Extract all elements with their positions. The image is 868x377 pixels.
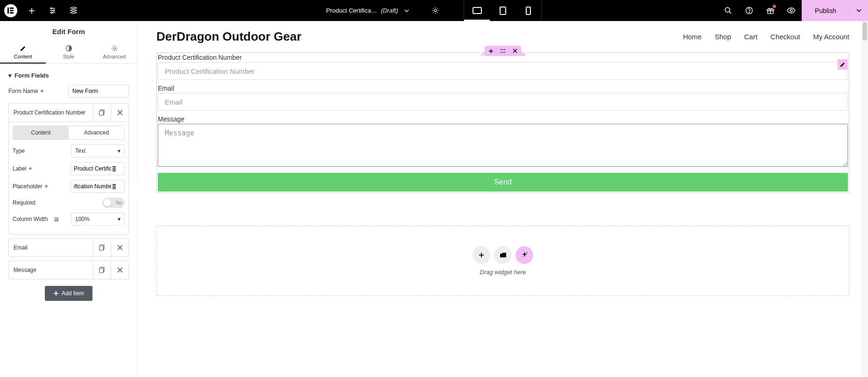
form-name-input[interactable]: [68, 85, 129, 98]
gear-icon: [111, 45, 118, 52]
topbar-right: Publish: [718, 0, 868, 21]
desktop-icon: [473, 7, 482, 14]
device-tablet[interactable]: [490, 0, 515, 21]
field-item-0: Product Certification Number Content Adv…: [8, 103, 129, 235]
section-drag-handle[interactable]: [497, 46, 509, 56]
label-label: Label ✦: [13, 165, 33, 172]
preview-canvas: DerDragon Outdoor Gear Home Shop Cart Ch…: [138, 21, 868, 377]
toggle-knob: [104, 199, 111, 206]
sidebar-title: Edit Form: [0, 21, 137, 40]
dropzone-templates[interactable]: [494, 246, 512, 264]
mobile-icon: [526, 7, 531, 15]
nav-checkout[interactable]: Checkout: [770, 33, 800, 41]
elementor-logo-icon: [4, 4, 17, 17]
pencil-icon: [20, 45, 27, 52]
field-item-1-remove[interactable]: [111, 239, 128, 256]
site-title[interactable]: DerDragon Outdoor Gear: [156, 29, 302, 44]
editor-sidebar: Edit Form Content Style Advanced: [0, 21, 138, 377]
nav-home[interactable]: Home: [683, 33, 702, 41]
required-toggle[interactable]: No: [102, 198, 125, 208]
dropzone-ai[interactable]: [515, 246, 533, 264]
nav-shop[interactable]: Shop: [715, 33, 731, 41]
document-title[interactable]: Product Certifica…: [326, 7, 377, 14]
device-mobile[interactable]: [515, 0, 541, 21]
preview-button[interactable]: [781, 0, 802, 21]
help-button[interactable]: [739, 0, 760, 21]
field-item-0-duplicate[interactable]: [93, 104, 111, 121]
placeholder-input[interactable]: [74, 183, 111, 190]
tab-advanced[interactable]: Advanced: [92, 40, 137, 63]
finder-button[interactable]: [718, 0, 739, 21]
caret-down-icon: ▾: [8, 72, 12, 79]
svg-rect-32: [113, 185, 116, 186]
placeholder-input-wrap: [71, 180, 125, 193]
field-item-1-title[interactable]: Email: [9, 244, 93, 251]
structure-button[interactable]: [63, 0, 84, 21]
label-input-wrap: [71, 162, 125, 175]
ai-sparkle-icon[interactable]: ✦: [28, 165, 33, 172]
svg-rect-2: [10, 10, 14, 11]
type-select[interactable]: Text ▾: [71, 144, 125, 157]
nav-account[interactable]: My Account: [813, 33, 849, 41]
whats-new-button[interactable]: [760, 0, 781, 21]
field-item-0-remove[interactable]: [111, 104, 128, 121]
field-items-list: Product Certification Number Content Adv…: [8, 103, 129, 279]
svg-rect-40: [99, 268, 103, 273]
page-settings-button[interactable]: [425, 0, 446, 21]
publish-button[interactable]: Publish: [802, 0, 849, 21]
main-nav: Home Shop Cart Checkout My Account: [683, 33, 849, 41]
colwidth-select[interactable]: 100% ▾: [71, 213, 125, 226]
tab-content[interactable]: Content: [0, 40, 46, 63]
site-settings-button[interactable]: [42, 0, 63, 21]
dynamic-tags-icon[interactable]: [111, 166, 121, 172]
form-field-0-input[interactable]: [158, 62, 848, 80]
tab-style[interactable]: Style: [46, 40, 92, 63]
form-name-row: Form Name ✦: [8, 85, 129, 98]
section-add[interactable]: [485, 46, 497, 56]
svg-point-57: [526, 252, 527, 253]
svg-point-7: [50, 7, 52, 9]
topbar: Product Certifica… (Draft) Pu: [0, 0, 868, 21]
scrollbar[interactable]: [861, 21, 868, 377]
add-item-button[interactable]: Add Item: [45, 286, 92, 301]
form-widget-container: Product Certification Number Email Messa…: [156, 52, 849, 193]
svg-point-52: [504, 52, 505, 53]
form-field-2-input[interactable]: [158, 124, 848, 167]
field-item-2-title[interactable]: Message: [9, 267, 93, 273]
elementor-logo[interactable]: [0, 0, 21, 21]
field-item-2-remove[interactable]: [111, 261, 128, 279]
form-submit-button[interactable]: Send: [158, 173, 848, 192]
svg-point-12: [435, 9, 437, 12]
document-status: (Draft): [381, 7, 398, 14]
publish-options[interactable]: [849, 0, 868, 21]
notification-dot-icon: [773, 5, 776, 8]
svg-rect-1: [10, 7, 14, 9]
svg-rect-24: [99, 111, 103, 115]
device-desktop[interactable]: [464, 0, 490, 21]
ai-sparkle-icon[interactable]: ✦: [40, 88, 44, 94]
label-input[interactable]: [74, 165, 111, 172]
add-element-button[interactable]: [21, 0, 42, 21]
svg-rect-3: [10, 12, 14, 14]
placeholder-label: Placeholder ✦: [13, 183, 49, 190]
field-item-0-title[interactable]: Product Certification Number: [9, 109, 93, 116]
section-form-fields[interactable]: ▾ Form Fields: [8, 69, 129, 85]
dynamic-tags-icon[interactable]: [111, 184, 121, 190]
subtab-advanced[interactable]: Advanced: [69, 126, 124, 139]
widget-edit-handle[interactable]: [838, 59, 848, 70]
nav-cart[interactable]: Cart: [744, 33, 757, 41]
form-field-1-input[interactable]: [158, 93, 848, 111]
document-dropdown[interactable]: [402, 9, 412, 12]
svg-rect-30: [113, 171, 116, 171]
widget-dropzone[interactable]: Drag widget here: [156, 226, 849, 296]
responsive-icon[interactable]: 🖥: [53, 216, 59, 223]
field-item-1-duplicate[interactable]: [93, 239, 111, 256]
section-delete[interactable]: [509, 46, 521, 56]
ai-sparkle-icon[interactable]: ✦: [44, 183, 49, 190]
form-field-2: Message: [158, 115, 848, 168]
subtab-content[interactable]: Content: [13, 126, 69, 139]
form-widget[interactable]: Product Certification Number Email Messa…: [156, 52, 849, 193]
field-item-2-duplicate[interactable]: [93, 261, 111, 279]
field-item-2: Message: [8, 261, 129, 279]
dropzone-add[interactable]: [473, 246, 490, 264]
